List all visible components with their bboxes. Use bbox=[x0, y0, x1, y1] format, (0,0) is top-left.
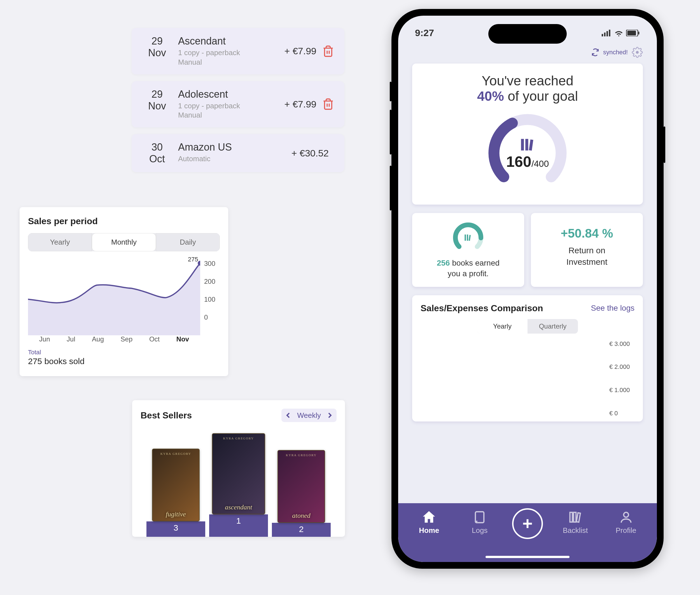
tx-day: 29 bbox=[142, 35, 172, 47]
books-icon bbox=[463, 232, 474, 243]
tx-title: Amazon US bbox=[178, 141, 292, 153]
sync-row: synched! bbox=[398, 44, 657, 63]
svg-rect-21 bbox=[576, 513, 580, 522]
card-title: Best Sellers bbox=[140, 410, 192, 421]
delete-icon[interactable] bbox=[322, 98, 334, 110]
chevron-right-icon[interactable] bbox=[325, 411, 334, 420]
svg-rect-12 bbox=[529, 139, 533, 150]
svg-point-22 bbox=[624, 512, 628, 517]
sync-icon[interactable] bbox=[591, 49, 599, 56]
wifi-icon bbox=[614, 30, 623, 36]
profit-text-part: you a profit. bbox=[448, 269, 489, 278]
chart-point-label: 275 bbox=[188, 257, 198, 263]
tx-title: Adolescent bbox=[178, 88, 285, 100]
sales-line-chart: 275 300 200 100 0 bbox=[28, 257, 220, 335]
podium: KYRA GREGORY fugitive 3 KYRA GREGORY asc… bbox=[140, 430, 336, 537]
x-tick: Jun bbox=[39, 335, 50, 343]
sales-per-period-card: Sales per period Yearly Monthly Daily 27… bbox=[20, 207, 228, 376]
goal-line: 40% of your goal bbox=[418, 88, 637, 104]
tx-details: Ascendant 1 copy - paperback Manual bbox=[172, 35, 285, 67]
transaction-card[interactable]: 29 Nov Ascendant 1 copy - paperback Manu… bbox=[132, 28, 344, 75]
total-value: 275 books sold bbox=[28, 357, 220, 366]
profit-ring bbox=[451, 221, 485, 254]
card-title: Sales per period bbox=[28, 216, 220, 226]
transaction-card[interactable]: 30 Oct Amazon US Automatic + €30.52 bbox=[132, 134, 344, 172]
transaction-card[interactable]: 29 Nov Adolescent 1 copy - paperback Man… bbox=[132, 81, 344, 128]
book-cover: KYRA GREGORY atoned bbox=[277, 450, 325, 523]
goal-line: You've reached bbox=[418, 73, 637, 88]
svg-rect-1 bbox=[602, 34, 603, 36]
logs-icon bbox=[473, 510, 487, 525]
home-icon bbox=[422, 510, 436, 525]
nav-add-button[interactable] bbox=[512, 508, 543, 539]
period-label: Weekly bbox=[295, 411, 323, 420]
transactions-list: 29 Nov Ascendant 1 copy - paperback Manu… bbox=[132, 28, 344, 179]
book-cover: KYRA GREGORY fugitive bbox=[152, 449, 200, 521]
svg-rect-6 bbox=[627, 30, 636, 35]
svg-rect-20 bbox=[573, 512, 576, 522]
status-time: 9:27 bbox=[415, 27, 434, 38]
period-picker: Weekly bbox=[281, 408, 336, 422]
phone-mockup: 9:27 synched! You've reached 40% of your… bbox=[392, 9, 664, 569]
se-segment-control: Yearly Quarterly bbox=[477, 319, 578, 334]
podium-second[interactable]: KYRA GREGORY atoned 2 bbox=[272, 450, 331, 537]
card-title: Sales/Expenses Comparison bbox=[421, 303, 543, 313]
chevron-left-icon[interactable] bbox=[284, 411, 293, 420]
segment-monthly[interactable]: Monthly bbox=[92, 233, 156, 251]
y-tick: 0 bbox=[204, 313, 208, 321]
y-tick: 200 bbox=[204, 278, 215, 285]
book-author: KYRA GREGORY bbox=[223, 436, 254, 440]
total-label: Total bbox=[28, 349, 220, 356]
y-tick: 300 bbox=[204, 260, 215, 267]
rank: 2 bbox=[299, 525, 304, 537]
profit-count: 256 bbox=[437, 259, 450, 267]
svg-rect-11 bbox=[525, 139, 528, 150]
podium-step: 3 bbox=[146, 521, 205, 537]
rank: 1 bbox=[236, 516, 241, 537]
bars-y-axis: € 3.000 € 2.000 € 1.000 € 0 bbox=[607, 340, 635, 419]
book-title: ascendant bbox=[225, 504, 252, 511]
delete-icon[interactable] bbox=[322, 45, 334, 57]
home-indicator[interactable] bbox=[486, 556, 569, 558]
tx-day: 29 bbox=[142, 88, 172, 100]
book-cover: KYRA GREGORY ascendant bbox=[212, 433, 265, 514]
transaction-date: 30 Oct bbox=[142, 141, 172, 165]
tx-amount: + €7.99 bbox=[285, 99, 322, 110]
goal-line-rest: of your goal bbox=[504, 89, 578, 104]
dynamic-island bbox=[488, 24, 567, 44]
gear-icon[interactable] bbox=[632, 47, 643, 58]
x-tick: Jul bbox=[66, 335, 75, 343]
nav-backlist[interactable]: Backlist bbox=[557, 510, 594, 535]
y-tick: € 3.000 bbox=[609, 340, 630, 348]
see-logs-link[interactable]: See the logs bbox=[591, 304, 635, 313]
transaction-date: 29 Nov bbox=[142, 88, 172, 112]
tx-title: Ascendant bbox=[178, 35, 285, 47]
tx-month: Nov bbox=[142, 100, 172, 112]
nav-profile[interactable]: Profile bbox=[608, 510, 644, 535]
svg-rect-3 bbox=[607, 31, 608, 36]
nav-label: Home bbox=[419, 526, 439, 535]
bottom-nav: Home Logs Backlist Profile bbox=[398, 503, 657, 562]
tx-sub: Manual bbox=[178, 58, 285, 67]
segment-yearly[interactable]: Yearly bbox=[477, 319, 528, 334]
podium-first[interactable]: KYRA GREGORY ascendant 1 bbox=[209, 433, 268, 537]
book-title: fugitive bbox=[166, 510, 186, 518]
segment-yearly[interactable]: Yearly bbox=[28, 233, 92, 251]
svg-rect-4 bbox=[609, 30, 611, 36]
segment-daily[interactable]: Daily bbox=[156, 233, 220, 251]
book-author: KYRA GREGORY bbox=[160, 452, 191, 455]
svg-rect-16 bbox=[467, 234, 468, 241]
chart-x-axis: Jun Jul Aug Sep Oct Nov bbox=[28, 335, 220, 343]
podium-third[interactable]: KYRA GREGORY fugitive 3 bbox=[146, 449, 205, 537]
nav-home[interactable]: Home bbox=[411, 510, 447, 535]
y-tick: € 0 bbox=[609, 410, 618, 417]
bar-chart: € 3.000 € 2.000 € 1.000 € 0 bbox=[421, 340, 635, 419]
tx-sub: Manual bbox=[178, 111, 285, 120]
transaction-date: 29 Nov bbox=[142, 35, 172, 59]
y-tick: 100 bbox=[204, 295, 215, 303]
sales-expenses-card: Sales/Expenses Comparison See the logs Y… bbox=[412, 295, 643, 422]
nav-logs[interactable]: Logs bbox=[461, 510, 498, 535]
y-tick: € 2.000 bbox=[609, 363, 630, 371]
segment-quarterly[interactable]: Quarterly bbox=[528, 319, 578, 334]
profit-text: 256 books earnedyou a profit. bbox=[416, 258, 520, 279]
